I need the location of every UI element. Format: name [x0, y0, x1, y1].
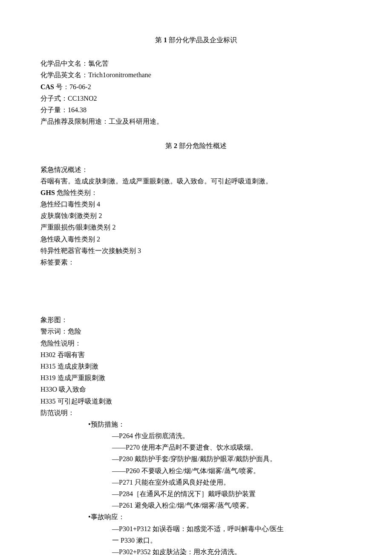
section2-heading-suffix: 部分危险性概述 — [177, 142, 227, 149]
ghs-label-suffix: 危险性类别： — [55, 189, 98, 196]
hazard-statement: H302 吞咽有害 — [40, 349, 352, 360]
hazard-statement: H33O 吸入致命 — [40, 384, 352, 395]
prevention-item: ——P260 不要吸入粉尘/烟/气体/烟雾/蒸气/喷雾。 — [40, 465, 352, 477]
ghs-item: 急性吸入毒性类别 2 — [40, 233, 352, 245]
usage-value: 工业及科研用途。 — [109, 118, 163, 125]
prevention-item: —P264 作业后彻底清洗。 — [40, 430, 352, 442]
ghs-item: 特异性靶器官毒性一次接触类别 3 — [40, 245, 352, 256]
name-cn-label: 化学品中文名： — [40, 60, 88, 67]
name-cn-value: 氯化苦 — [88, 60, 109, 67]
ghs-item: 严重眼损伤/眼刺激类别 2 — [40, 221, 352, 233]
response-item: —P301+P312 如误吞咽：如感觉不适，呼叫解毒中心/医生 — [40, 523, 352, 535]
prevention-item: —P261 避免吸入粉尘/烟/气体/烟雾/蒸气/喷雾。 — [40, 500, 352, 511]
pictogram-label: 象形图： — [40, 314, 352, 325]
formula-line: 分子式：CC13NO2 — [40, 93, 352, 104]
section2-heading-num: 2 — [174, 142, 177, 149]
response-label: •事故响应： — [40, 511, 352, 523]
prevention-item: —P280 戴防护手套/穿防护服/戴防护眼罩/戴防护面具。 — [40, 453, 352, 465]
hazard-statement-label: 危险性说明： — [40, 337, 352, 349]
ghs-item: 皮肤腐蚀/刺激类别 2 — [40, 210, 352, 221]
prevention-item: ——P270 使用本产品时不要进食、饮水或吸烟。 — [40, 442, 352, 453]
hazard-statement: H315 造成皮肤刺激 — [40, 360, 352, 372]
response-item: —P302+P352 如皮肤沾染：用水充分清洗。 — [40, 546, 352, 555]
prevention-item: —P284［在通风不足的情况下］戴呼吸防护装置 — [40, 488, 352, 500]
mw-label: 分子量： — [40, 106, 68, 113]
section1-heading-suffix: 部分化学品及企业标识 — [167, 36, 237, 44]
section1-heading-prefix: 第 — [155, 36, 164, 44]
emergency-text: 吞咽有害。造成皮肤刺激。造成严重眼刺激。吸入致命。可引起呼吸道刺激。 — [40, 175, 352, 187]
signal-word-label: 警示词： — [40, 328, 68, 335]
name-en-line: 化学品英文名：Trich1oronitromethane — [40, 69, 352, 81]
section2-heading: 第 2 部分危险性概述 — [40, 140, 352, 151]
cas-label-prefix: CAS — [40, 83, 54, 90]
ghs-item: 急性经口毒性类别 4 — [40, 198, 352, 210]
precaution-label: 防范说明： — [40, 407, 352, 418]
mw-line: 分子量：164.38 — [40, 104, 352, 116]
ghs-label-prefix: GHS — [40, 189, 55, 196]
signal-word-line: 警示词：危险 — [40, 325, 352, 337]
formula-label: 分子式： — [40, 95, 68, 102]
ghs-label: GHS 危险性类别： — [40, 187, 352, 198]
cas-value: 76-06-2 — [69, 83, 91, 90]
cas-line: CAS 号：76-06-2 — [40, 81, 352, 93]
section1-heading-num: 1 — [164, 36, 167, 44]
section2-heading-prefix: 第 — [165, 142, 174, 149]
cas-label-suffix: 号： — [54, 83, 69, 90]
hazard-statement: H319 造成严重眼刺激 — [40, 372, 352, 384]
signal-word-value: 危险 — [68, 328, 81, 335]
formula-value: CC13NO2 — [68, 95, 97, 102]
usage-label: 产品推荐及限制用途： — [40, 118, 109, 125]
prevention-item: —P271 只能在室外或通风良好处使用。 — [40, 477, 352, 488]
pictogram-gap — [40, 268, 352, 314]
emergency-label: 紧急情况概述： — [40, 164, 352, 175]
section1-heading: 第 1 部分化学品及企业标识 — [40, 34, 352, 46]
name-en-label: 化学品英文名： — [40, 71, 88, 78]
label-elements: 标签要素： — [40, 256, 352, 268]
usage-line: 产品推荐及限制用途：工业及科研用途。 — [40, 116, 352, 127]
prevention-label: •预防措施： — [40, 418, 352, 430]
name-en-value: Trich1oronitromethane — [88, 71, 151, 78]
name-cn-line: 化学品中文名：氯化苦 — [40, 58, 352, 69]
hazard-statement: H335 可引起呼吸道刺激 — [40, 395, 352, 407]
response-item: 一 P330 漱口。 — [40, 535, 352, 546]
mw-value: 164.38 — [68, 106, 86, 113]
